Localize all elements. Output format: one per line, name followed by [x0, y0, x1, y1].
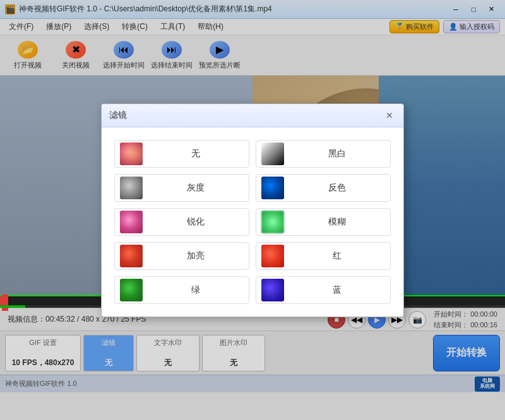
filter-brighten[interactable]: 加亮 — [114, 242, 249, 270]
filter-label-gray: 灰度 — [148, 182, 244, 194]
filter-label-red: 红 — [289, 250, 385, 262]
dialog-close-button[interactable]: ✕ — [383, 109, 396, 122]
filter-thumb-green — [120, 279, 143, 301]
filter-thumb-normal — [120, 143, 143, 165]
filter-bw[interactable]: 黑白 — [256, 140, 391, 168]
filter-invert[interactable]: 反色 — [256, 174, 391, 202]
filter-label-blue: 蓝 — [289, 284, 385, 296]
filter-sharpen[interactable]: 锐化 — [114, 208, 249, 236]
filter-thumb-sharpen — [120, 211, 143, 233]
dialog-overlay: 滤镜 ✕ 无黑白灰度反色锐化模糊加亮红绿蓝 — [0, 0, 505, 420]
filter-thumb-blur — [261, 211, 284, 233]
filter-blue[interactable]: 蓝 — [256, 276, 391, 304]
filter-thumb-invert — [261, 177, 284, 199]
filter-dialog: 滤镜 ✕ 无黑白灰度反色锐化模糊加亮红绿蓝 — [101, 103, 404, 317]
filter-label-bw: 黑白 — [289, 148, 385, 160]
filter-thumb-blue — [261, 279, 284, 301]
filter-thumb-gray — [120, 177, 143, 199]
filter-thumb-bw — [261, 143, 284, 165]
filter-label-sharpen: 锐化 — [148, 216, 244, 228]
filter-label-invert: 反色 — [289, 182, 385, 194]
filter-red[interactable]: 红 — [256, 242, 391, 270]
filter-label-green: 绿 — [148, 284, 244, 296]
filter-gray[interactable]: 灰度 — [114, 174, 249, 202]
filter-thumb-brighten — [120, 245, 143, 267]
filter-label-brighten: 加亮 — [148, 250, 244, 262]
filter-label-normal: 无 — [148, 148, 244, 160]
dialog-content: 无黑白灰度反色锐化模糊加亮红绿蓝 — [102, 127, 403, 317]
dialog-title-bar: 滤镜 ✕ — [102, 104, 403, 127]
filter-blur[interactable]: 模糊 — [256, 208, 391, 236]
dialog-title: 滤镜 — [109, 110, 127, 121]
filter-label-blur: 模糊 — [289, 216, 385, 228]
filter-normal[interactable]: 无 — [114, 140, 249, 168]
filter-green[interactable]: 绿 — [114, 276, 249, 304]
filter-thumb-red — [261, 245, 284, 267]
